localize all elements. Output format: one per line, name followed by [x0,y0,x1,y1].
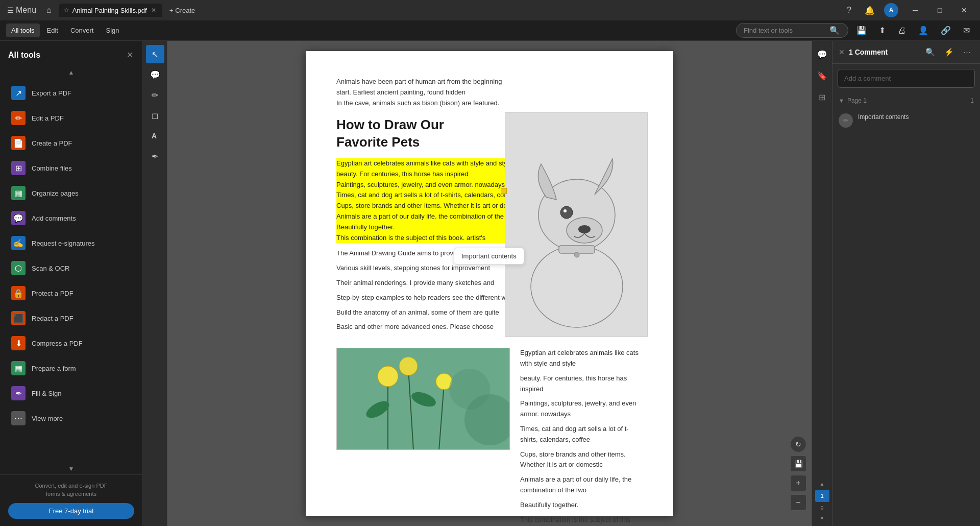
share-button[interactable]: 👤 [914,23,933,37]
sidebar-item-redact-pdf[interactable]: ⬛ Redact a PDF [3,306,139,330]
combine-files-icon: ⊞ [11,161,26,175]
draw-tool-button[interactable]: ✏ [146,86,164,104]
sidebar-item-request-esignatures[interactable]: ✍ Request e-signatures [3,231,139,255]
sidebar-item-create-pdf[interactable]: 📄 Create a PDF [3,131,139,155]
page2-content: Egyptian art celebrates animals like cat… [336,348,643,526]
add-comments-icon: 💬 [11,211,26,225]
close-button[interactable]: ✕ [952,2,976,18]
sidebar-item-edit-pdf[interactable]: ✏ Edit a PDF [3,106,139,130]
menu-item-edit[interactable]: Edit [42,23,63,37]
redact-pdf-icon: ⬛ [11,311,26,325]
minimize-button[interactable]: ─ [903,2,927,18]
zoom-out-button[interactable]: − [790,494,806,511]
comment-edit-icon: ✏ [843,117,848,124]
comment-header-actions: 🔍 ⚡ ⋯ [922,46,974,58]
sidebar-scroll-down[interactable]: ▼ [0,463,142,474]
comment-panel-toggle[interactable]: 💬 [813,45,831,63]
sidebar-item-scan-ocr[interactable]: ⬡ Scan & OCR [3,256,139,280]
comment-filter-button[interactable]: ⚡ [941,46,957,58]
zoom-in-button[interactable]: + [790,475,806,491]
comment-panel-close-button[interactable]: ✕ [839,48,845,56]
page-intro-text: Animals have been part of human art from… [336,77,643,108]
sidebar: All tools ✕ ▲ ↗ Export a PDF ✏ Edit a PD… [0,41,143,526]
view-more-label: View more [32,415,63,422]
email-button[interactable]: ✉ [959,23,974,37]
menu-item-convert[interactable]: Convert [65,23,99,37]
right-icons-strip: 💬 🔖 ⊞ ▲ 1 9 ▼ [812,41,832,526]
menu-bar: All tools Edit Convert Sign 🔍 💾 ⬆ 🖨 👤 🔗 … [0,20,980,41]
select-tool-button[interactable]: ↖ [146,45,164,63]
menu-label: Menu [16,6,36,15]
page-nav-down[interactable]: ▼ [819,514,826,522]
sidebar-item-view-more[interactable]: ⋯ View more [3,406,139,431]
avatar[interactable]: A [884,3,898,17]
sidebar-item-organize-pages[interactable]: ▦ Organize pages [3,181,139,205]
title-bar: ☰ Menu ⌂ ☆ Animal Painting Skills.pdf ✕ … [0,0,980,20]
maximize-button[interactable]: □ [928,2,951,18]
sidebar-item-combine-files[interactable]: ⊞ Combine files [3,156,139,180]
comment-tool-button[interactable]: 💬 [146,65,164,84]
sidebar-item-fill-sign[interactable]: ✒ Fill & Sign [3,381,139,405]
request-esignatures-icon: ✍ [11,236,26,250]
signature-tool-button[interactable]: ✒ [146,147,164,165]
tab-close-button[interactable]: ✕ [150,6,157,15]
edit-pdf-icon: ✏ [11,111,26,125]
sidebar-scroll: ↗ Export a PDF ✏ Edit a PDF 📄 Create a P… [0,78,142,463]
print-button[interactable]: 🖨 [894,24,910,37]
comment-more-button[interactable]: ⋯ [960,46,974,58]
pdf-tab[interactable]: ☆ Animal Painting Skills.pdf ✕ [59,4,162,17]
grid-panel-toggle[interactable]: ⊞ [813,88,831,106]
p2-line-4: Times, cat and dog art sells a lot of t-… [520,424,643,445]
p2-line-1: Egyptian art celebrates animals like cat… [520,348,643,369]
comment-content: Important contents [858,113,974,128]
zoom-refresh-button[interactable]: ↻ [790,436,806,452]
protect-pdf-label: Protect a PDF [32,290,74,297]
sidebar-item-compress-pdf[interactable]: ⬇ Compress a PDF [3,331,139,355]
link-button[interactable]: 🔗 [937,23,955,37]
svg-text:A: A [152,132,157,140]
new-tab-button[interactable]: + Create [165,5,200,16]
sidebar-item-prepare-form[interactable]: ▦ Prepare a form [3,356,139,380]
page-nav-up[interactable]: ▲ [819,480,826,488]
zoom-save-button[interactable]: 💾 [790,456,806,472]
prepare-form-label: Prepare a form [32,365,76,372]
pdf-viewer[interactable]: Animals have been part of human art from… [167,41,812,526]
search-bar[interactable]: 🔍 [736,23,848,38]
fill-sign-icon: ✒ [11,386,26,400]
combine-files-label: Combine files [32,164,72,172]
page2-image [336,348,510,450]
search-input[interactable] [744,27,825,34]
add-comment-field[interactable]: Add a comment [838,69,975,88]
menu-item-all-tools[interactable]: All tools [6,23,40,37]
help-button[interactable]: ? [843,4,855,17]
sidebar-close-button[interactable]: ✕ [126,49,134,61]
crop-tool-button[interactable]: ◻ [146,106,164,125]
upload-button[interactable]: ⬆ [875,23,890,37]
p2-line-3: Paintings, sculptures, jewelry, and even… [520,398,643,420]
chevron-down-icon: ▼ [839,98,844,104]
sidebar-item-protect-pdf[interactable]: 🔒 Protect a PDF [3,281,139,305]
sidebar-item-add-comments[interactable]: 💬 Add comments [3,206,139,230]
save-button[interactable]: 💾 [852,23,871,37]
sidebar-footer: Convert, edit and e-sign PDFforms & agre… [0,474,142,526]
free-trial-button[interactable]: Free 7-day trial [8,503,134,519]
window-controls: ─ □ ✕ [903,2,976,18]
comment-search-button[interactable]: 🔍 [922,46,938,58]
text-tool-button[interactable]: A [146,127,164,145]
create-pdf-label: Create a PDF [32,139,72,147]
compress-pdf-icon: ⬇ [11,336,26,350]
normal-line-5: Build the anatomy of an animal. some of … [336,307,530,318]
comment-panel-title: 1 Comment [849,48,918,56]
p2-line-8: This combination is the subject of this … [520,515,643,527]
p2-line-7: Beautifully together. [520,500,643,511]
bookmark-panel-toggle[interactable]: 🔖 [813,66,831,85]
sidebar-item-export-pdf[interactable]: ↗ Export a PDF [3,81,139,105]
menu-item-sign[interactable]: Sign [101,23,124,37]
scan-ocr-icon: ⬡ [11,261,26,275]
organize-pages-icon: ▦ [11,186,26,200]
menu-button[interactable]: ☰ Menu [4,4,39,17]
page-number-9: 9 [819,504,824,512]
sidebar-scroll-up[interactable]: ▲ [0,67,142,78]
home-button[interactable]: ⌂ [42,4,56,17]
notifications-button[interactable]: 🔔 [861,4,879,17]
